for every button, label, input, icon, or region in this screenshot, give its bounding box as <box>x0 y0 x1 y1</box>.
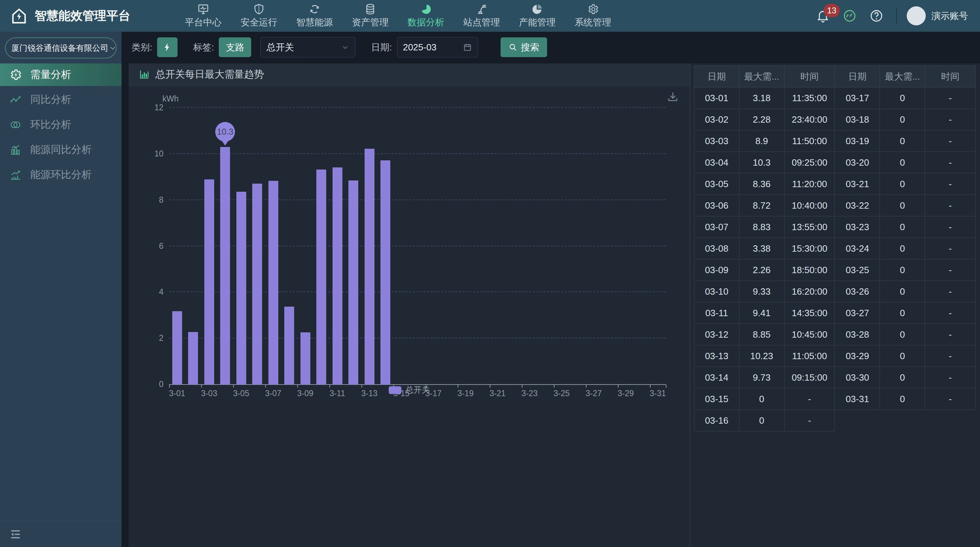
table-row: 03-119.4114:35:0003-270- <box>694 302 976 324</box>
table-row: 03-128.8510:45:0003-280- <box>694 324 976 345</box>
download-icon[interactable] <box>667 91 679 103</box>
table-cell: 03-02 <box>694 109 740 131</box>
table-header-cell: 日期 <box>835 66 880 88</box>
table-row: 03-083.3815:30:0003-240- <box>694 238 976 259</box>
table-row: 03-1310.2311:05:0003-290- <box>694 345 976 367</box>
bar-chart-icon <box>138 69 150 80</box>
category-electric-button[interactable] <box>157 37 178 57</box>
x-axis-tick <box>233 384 234 388</box>
table-cell: 09:15:00 <box>784 367 835 388</box>
notification-bell-icon[interactable]: 13 <box>816 9 830 23</box>
table-cell: 8.9 <box>739 131 784 152</box>
gauge-icon[interactable] <box>843 9 857 23</box>
search-icon <box>508 43 517 52</box>
chart-legend[interactable]: 总开关 <box>388 384 430 395</box>
table-cell: 03-06 <box>694 195 740 217</box>
table-cell: 8.85 <box>739 324 784 345</box>
data-analysis-icon <box>420 3 432 15</box>
account-name[interactable]: 演示账号 <box>931 10 968 22</box>
table-row: 03-0410.309:25:0003-200- <box>694 152 976 174</box>
y-axis-unit-label: kWh <box>162 94 178 104</box>
y-axis-tick-label: 6 <box>144 241 164 251</box>
x-axis-tick-label: 3-09 <box>290 389 321 398</box>
table-cell: - <box>925 109 976 131</box>
table-cell: 8.83 <box>739 217 784 238</box>
x-axis-tick <box>554 384 554 388</box>
x-axis-tick-label: 3-19 <box>450 389 481 398</box>
nav-item-site-management[interactable]: 站点管理 <box>454 0 509 32</box>
table-cell: 0 <box>880 367 925 388</box>
table-cell: 03-04 <box>694 152 740 174</box>
x-axis-tick-label: 3-07 <box>258 389 289 398</box>
sidebar-item-energy-mom-analysis[interactable]: 能源环比分析 <box>0 164 121 186</box>
chart-panel-header: 总开关每日最大需量趋势 <box>129 64 690 86</box>
switch-select[interactable]: 总开关 <box>260 37 355 57</box>
table-cell: 9.73 <box>739 367 784 388</box>
x-axis-tick-label: 3-25 <box>546 389 578 398</box>
main-content: 总开关每日最大需量趋势 kWh 0246810123-013-033-053-0… <box>129 64 980 547</box>
table-cell: - <box>784 410 835 431</box>
x-axis-tick-label: 3-01 <box>161 389 193 398</box>
table-cell: 13:55:00 <box>784 217 835 238</box>
sidebar-item-energy-yoy-analysis[interactable]: 能源同比分析 <box>0 139 121 161</box>
nav-item-capacity-management[interactable]: 产能管理 <box>509 0 565 32</box>
table-cell: 0 <box>880 109 925 131</box>
table-cell: 8.72 <box>739 195 784 217</box>
table-cell: - <box>925 88 976 109</box>
table-cell: - <box>925 259 976 281</box>
chart-panel: 总开关每日最大需量趋势 kWh 0246810123-013-033-053-0… <box>129 64 690 547</box>
x-axis-tick <box>586 384 587 388</box>
tag-branch-button[interactable]: 支路 <box>219 37 251 57</box>
chart-panel-title: 总开关每日最大需量趋势 <box>155 68 264 81</box>
y-axis-tick-label: 4 <box>144 287 164 297</box>
table-cell: 03-20 <box>835 152 880 174</box>
capacity-management-icon <box>531 3 543 15</box>
table-cell: 03-11 <box>694 302 740 324</box>
table-cell: 03-26 <box>835 281 880 302</box>
nav-item-asset-management[interactable]: 资产管理 <box>342 0 398 32</box>
table-cell: 03-17 <box>835 88 880 109</box>
nav-item-platform-center[interactable]: 平台中心 <box>175 0 231 32</box>
search-button[interactable]: 搜索 <box>501 37 547 57</box>
table-cell: - <box>925 238 976 259</box>
table-row: 03-022.2823:40:0003-180- <box>694 109 976 131</box>
x-axis-tick-label: 3-05 <box>226 389 257 398</box>
table-cell: 0 <box>880 174 925 195</box>
table-cell: 16:20:00 <box>784 281 835 302</box>
nav-item-smart-energy[interactable]: 智慧能源 <box>287 0 342 32</box>
table-cell: - <box>925 345 976 367</box>
logo-area: 智慧能效管理平台 <box>0 7 175 25</box>
table-row: 03-068.7210:40:0003-220- <box>694 195 976 217</box>
company-select[interactable]: 厦门锐谷通信设备有限公司 <box>5 37 116 59</box>
help-icon[interactable] <box>869 9 883 23</box>
sidebar-item-demand-analysis[interactable]: 需量分析 <box>0 64 121 86</box>
sidebar-item-yoy-analysis[interactable]: 同比分析 <box>0 88 121 111</box>
table-cell: 03-31 <box>835 388 880 410</box>
table-cell: 03-30 <box>835 367 880 388</box>
table-cell: 03-29 <box>835 345 880 367</box>
bar-chart-plot: 0246810123-013-033-053-073-093-113-133-1… <box>169 108 666 384</box>
collapse-sidebar-icon[interactable] <box>9 528 22 541</box>
chevron-down-icon <box>341 43 350 51</box>
table-cell-empty <box>835 410 880 431</box>
nav-item-safe-operation[interactable]: 安全运行 <box>231 0 287 32</box>
table-cell: 03-15 <box>694 388 740 410</box>
nav-item-system-management[interactable]: 系统管理 <box>565 0 621 32</box>
table-cell: 03-25 <box>835 259 880 281</box>
table-cell: 03-22 <box>835 195 880 217</box>
x-axis-tick <box>265 384 266 388</box>
smart-energy-icon <box>309 3 321 15</box>
table-header-cell: 时间 <box>925 66 976 88</box>
table-cell: 0 <box>880 195 925 217</box>
sidebar-item-mom-analysis[interactable]: 环比分析 <box>0 113 121 136</box>
bar-3-01 <box>172 311 182 384</box>
date-picker[interactable]: 2025-03 <box>397 37 478 57</box>
sidebar-item-label: 同比分析 <box>30 93 71 107</box>
nav-item-data-analysis[interactable]: 数据分析 <box>398 0 454 32</box>
table-cell: 23:40:00 <box>784 109 835 131</box>
x-axis-tick-label: 3-23 <box>514 389 545 398</box>
avatar[interactable] <box>907 6 926 26</box>
table-cell: - <box>925 388 976 410</box>
table-cell: 0 <box>880 152 925 174</box>
sidebar-menu: 需量分析同比分析环比分析能源同比分析能源环比分析 <box>0 64 121 186</box>
